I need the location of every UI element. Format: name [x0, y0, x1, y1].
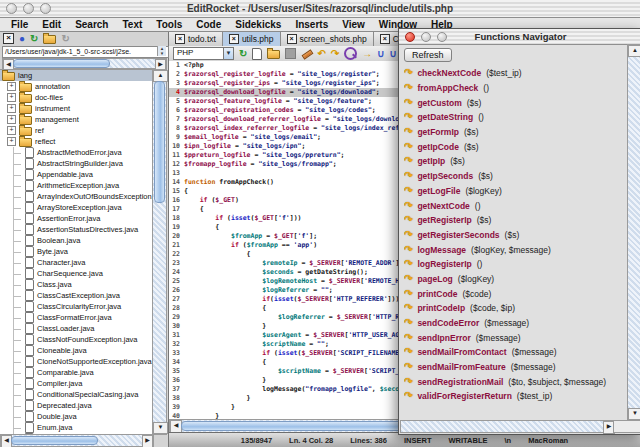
brace-close-icon[interactable]: ∪ [390, 49, 397, 59]
navigator-titlebar[interactable]: Functions Navigator [399, 29, 640, 45]
tree-file[interactable]: AssertionError.java [0, 213, 152, 224]
tree-file[interactable]: ClassCircularityError.java [0, 301, 152, 312]
close-panel-icon[interactable]: × [3, 33, 14, 44]
close-tab-icon[interactable]: × [287, 34, 297, 44]
close-tab-icon[interactable]: × [229, 34, 239, 44]
function-item-getNextCode[interactable]: ↷getNextCode() [404, 198, 627, 213]
tree-file[interactable]: ArrayIndexOutOfBoundsException.java [0, 191, 152, 202]
navigator-horizontal-scrollbar[interactable]: ▶ [400, 420, 616, 433]
tree-file[interactable]: Comparable.java [0, 367, 152, 378]
path-scrollbar[interactable]: ◀ ▶ [2, 58, 167, 69]
tree-file[interactable]: Cloneable.java [0, 345, 152, 356]
redo-edit-icon[interactable]: ↷ [331, 49, 339, 59]
tree-file[interactable]: ArithmeticException.java [0, 180, 152, 191]
window-titlebar[interactable]: EditRocket - /Users/user/Sites/razorsql/… [0, 0, 640, 18]
open-folder-icon[interactable] [267, 50, 280, 59]
undo-edit-icon[interactable]: ↶ [317, 49, 325, 59]
tree-file[interactable]: CharSequence.java [0, 268, 152, 279]
expand-icon[interactable]: + [7, 82, 16, 91]
tree-file[interactable]: Double.java [0, 411, 152, 422]
menu-edit[interactable]: Edit [35, 19, 68, 30]
tree-vertical-scrollbar[interactable]: ▲ ▼ [152, 69, 167, 435]
forward-icon[interactable]: → [362, 49, 372, 59]
tab-todo-txt[interactable]: ×todo.txt [169, 32, 223, 46]
resize-corner[interactable] [613, 420, 640, 433]
close-tab-icon[interactable]: × [380, 34, 390, 44]
tree-file[interactable]: AbstractStringBuilder.java [0, 158, 152, 169]
navigator-vertical-scrollbar[interactable]: ▲ ▼ [627, 44, 640, 421]
expand-icon[interactable]: + [7, 104, 16, 113]
function-item-checkNextCode[interactable]: ↷checkNextCode ($test_ip) [404, 66, 627, 81]
function-item-logMessage[interactable]: ↷logMessage ($logKey, $message) [404, 242, 627, 257]
tree-file[interactable]: ClassNotFoundException.java [0, 334, 152, 345]
function-item-sendRegistrationMail[interactable]: ↷sendRegistrationMail ($to, $subject, $m… [404, 374, 627, 389]
refresh-button[interactable]: Refresh [404, 48, 452, 62]
tree-folder-reflect[interactable]: +reflect [0, 136, 152, 147]
expand-icon[interactable]: + [7, 115, 16, 124]
refresh-icon[interactable]: ↻ [239, 49, 247, 59]
scroll-up-icon[interactable]: ▲ [628, 45, 640, 57]
path-field[interactable]: /Users/user/java/jdk-1_5_0-src-scsl/j2se… [2, 46, 169, 58]
scroll-down-icon[interactable]: ▼ [153, 422, 168, 434]
sync-disabled-icon[interactable]: ↻ [61, 34, 69, 44]
function-item-sendMailFromContact[interactable]: ↷sendMailFromContact ($message) [404, 345, 627, 360]
file-tree[interactable]: lang+annotation+doc-files+instrument+man… [0, 69, 152, 435]
function-item-validForRegisterReturn[interactable]: ↷validForRegisterReturn ($test_ip) [404, 389, 627, 404]
close-tab-icon[interactable]: × [175, 34, 185, 44]
tree-folder-ref[interactable]: +ref [0, 125, 152, 136]
function-item-sendIpnError[interactable]: ↷sendIpnError ($message) [404, 330, 627, 345]
function-item-sendCodeError[interactable]: ↷sendCodeError ($message) [404, 316, 627, 331]
find-icon[interactable] [344, 47, 357, 60]
tab-screen_shots-php[interactable]: ×screen_shots.php [281, 32, 374, 46]
web-search-icon[interactable]: ● [19, 34, 25, 44]
tree-file[interactable]: Boolean.java [0, 235, 152, 246]
tree-file[interactable]: Class.java [0, 279, 152, 290]
menu-text[interactable]: Text [115, 19, 149, 30]
tree-file[interactable]: Enum.java [0, 422, 152, 433]
tree-file[interactable]: ArrayStoreException.java [0, 202, 152, 213]
menu-sidekicks[interactable]: Sidekicks [228, 19, 288, 30]
tree-root-lang[interactable]: lang [0, 70, 152, 81]
scroll-down-icon[interactable]: ▼ [628, 408, 640, 420]
scrollbar-thumb[interactable] [13, 59, 110, 68]
tree-file[interactable]: Compiler.java [0, 378, 152, 389]
function-item-getFormIp[interactable]: ↷getFormIp($s) [404, 125, 627, 140]
tree-folder-management[interactable]: +management [0, 114, 152, 125]
tree-file[interactable]: ClassFormatError.java [0, 312, 152, 323]
function-item-getRegisterIp[interactable]: ↷getRegisterIp($s) [404, 213, 627, 228]
scroll-right-icon[interactable]: ▶ [142, 435, 153, 447]
pencil-icon[interactable] [301, 48, 312, 59]
folder-sync-icon[interactable] [43, 35, 56, 44]
tab-utils-php[interactable]: ×utils.php [223, 32, 281, 46]
tree-file[interactable]: Deprecated.java [0, 400, 152, 411]
language-select[interactable]: PHP ▼ [173, 47, 234, 60]
menu-tools[interactable]: Tools [149, 19, 189, 30]
menu-code[interactable]: Code [189, 19, 228, 30]
expand-icon[interactable]: + [7, 137, 16, 146]
tree-folder-instrument[interactable]: +instrument [0, 103, 152, 114]
function-item-pageLog[interactable]: ↷pageLog ($logKey) [404, 272, 627, 287]
function-item-fromAppCheck[interactable]: ↷fromAppCheck() [404, 81, 627, 96]
tree-file[interactable]: Character.java [0, 257, 152, 268]
function-item-getLogFile[interactable]: ↷getLogFile($logKey) [404, 184, 627, 199]
path-stepper[interactable]: ▴▾ [157, 46, 166, 56]
tree-file[interactable]: ConditionalSpecialCasing.java [0, 389, 152, 400]
menu-view[interactable]: View [335, 19, 372, 30]
refresh-icon[interactable]: ↻ [30, 34, 38, 44]
tree-file[interactable]: AbstractMethodError.java [0, 147, 152, 158]
function-item-printCodeIp[interactable]: ↷printCodeIp ($code, $ip) [404, 301, 627, 316]
save-icon[interactable] [285, 48, 296, 59]
tree-folder-doc-files[interactable]: +doc-files [0, 92, 152, 103]
function-item-printCode[interactable]: ↷printCode ($code) [404, 286, 627, 301]
tree-file[interactable]: CloneNotSupportedException.java [0, 356, 152, 367]
function-item-getCustom[interactable]: ↷getCustom($s) [404, 95, 627, 110]
expand-icon[interactable]: + [7, 126, 16, 135]
new-file-icon[interactable] [252, 48, 262, 60]
function-item-getDateString[interactable]: ↷getDateString() [404, 110, 627, 125]
tree-file[interactable]: Appendable.java [0, 169, 152, 180]
scrollbar-thumb[interactable] [154, 81, 165, 203]
menu-search[interactable]: Search [68, 19, 115, 30]
tree-file[interactable]: Byte.java [0, 246, 152, 257]
tree-file[interactable]: ClassCastException.java [0, 290, 152, 301]
tree-horizontal-scrollbar[interactable]: ◀ ▶ [0, 434, 154, 447]
